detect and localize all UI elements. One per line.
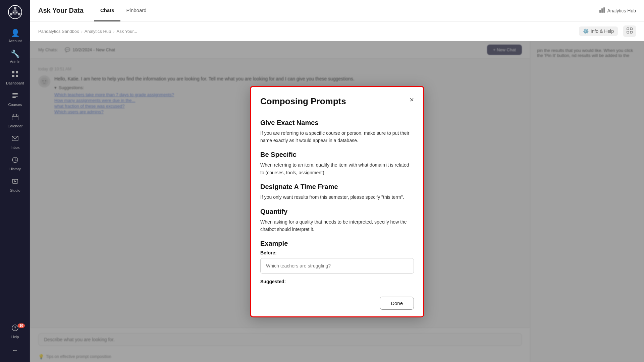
topbar-tabs: Chats Pinboard: [94, 0, 153, 21]
sidebar-item-label-dashboard: Dashboard: [6, 81, 24, 85]
svg-point-2: [14, 7, 16, 9]
studio-icon: [11, 178, 19, 187]
sidebar-item-studio[interactable]: Studio: [0, 174, 30, 196]
section-title-be-specific: Be Specific: [260, 151, 414, 159]
sidebar-collapse-button[interactable]: ←: [0, 342, 30, 358]
composing-prompts-modal: Composing Prompts × Give Exact Names If …: [250, 86, 424, 318]
breadcrumb: Pandalytics Sandbox › Analytics Hub › As…: [30, 21, 644, 41]
svg-rect-11: [16, 75, 18, 77]
collapse-icon: ←: [12, 346, 18, 354]
svg-rect-16: [12, 115, 18, 120]
analytics-hub-label: Analytics Hub: [607, 8, 636, 13]
sidebar-item-label-account: Account: [8, 39, 22, 43]
sidebar-item-courses[interactable]: Courses: [0, 88, 30, 110]
tab-pinboard[interactable]: Pinboard: [120, 0, 153, 21]
svg-rect-29: [627, 28, 629, 30]
main-content: Ask Your Data Chats Pinboard Analytics H…: [30, 0, 644, 362]
modal-body: Give Exact Names If you are referring to…: [251, 112, 423, 291]
breadcrumb-item-sandbox[interactable]: Pandalytics Sandbox: [38, 29, 79, 34]
suggested-label: Suggested:: [260, 279, 414, 284]
breadcrumb-sep-1: ›: [81, 29, 82, 34]
section-text-quantify: When asking for a quality that needs to …: [260, 218, 414, 233]
modal-close-button[interactable]: ×: [410, 96, 414, 104]
sidebar-item-label-calendar: Calendar: [8, 124, 23, 128]
svg-rect-10: [12, 75, 14, 77]
analytics-hub-icon: [599, 7, 605, 14]
svg-rect-30: [630, 28, 632, 30]
modal-title: Composing Prompts: [260, 96, 346, 107]
sidebar-item-dashboard[interactable]: Dashboard: [0, 67, 30, 88]
sidebar-item-help[interactable]: 10 ? Help: [0, 321, 30, 342]
breadcrumb-item-analytics-hub[interactable]: Analytics Hub: [85, 29, 111, 34]
sidebar-item-label-history: History: [9, 167, 21, 171]
calendar-icon: [11, 113, 19, 123]
modal-footer: Done: [251, 291, 423, 316]
svg-text:?: ?: [14, 326, 16, 330]
sidebar-item-inbox[interactable]: Inbox: [0, 131, 30, 153]
svg-rect-9: [16, 71, 18, 73]
topbar: Ask Your Data Chats Pinboard Analytics H…: [30, 0, 644, 21]
dashboard-icon: [11, 70, 19, 80]
history-icon: [11, 156, 19, 166]
sidebar-item-label-help: Help: [11, 335, 19, 339]
svg-rect-27: [601, 8, 603, 13]
sidebar-item-label-admin: Admin: [10, 60, 20, 64]
inbox-icon: [11, 135, 19, 144]
svg-marker-23: [14, 180, 16, 182]
svg-rect-26: [599, 10, 601, 13]
page-title: Ask Your Data: [38, 7, 84, 14]
analytics-hub-link[interactable]: Analytics Hub: [599, 7, 636, 14]
svg-rect-28: [603, 7, 605, 13]
courses-icon: [11, 92, 19, 101]
section-text-time-frame: If you only want results from this semes…: [260, 193, 414, 201]
svg-rect-12: [12, 93, 18, 94]
sidebar-item-calendar[interactable]: Calendar: [0, 110, 30, 131]
svg-rect-31: [627, 31, 629, 33]
modal-overlay[interactable]: Composing Prompts × Give Exact Names If …: [30, 41, 644, 362]
section-title-example: Example: [260, 240, 414, 247]
modal-header: Composing Prompts ×: [251, 87, 423, 112]
svg-rect-8: [12, 71, 14, 73]
sidebar-item-label-courses: Courses: [8, 103, 22, 107]
svg-rect-15: [12, 97, 16, 98]
info-help-label: Info & Help: [591, 28, 614, 34]
svg-point-4: [10, 13, 12, 15]
admin-icon: 🔧: [11, 50, 20, 58]
content-area: My Chats: 💬 10/2/2024 - New Chat + New C…: [30, 41, 644, 362]
section-title-exact-names: Give Exact Names: [260, 119, 414, 127]
sidebar-item-label-inbox: Inbox: [11, 145, 20, 149]
sidebar-item-account[interactable]: 👤 Account: [0, 25, 30, 46]
done-button[interactable]: Done: [380, 297, 414, 310]
svg-rect-32: [630, 31, 632, 33]
grid-view-button[interactable]: [623, 25, 636, 37]
sidebar-item-history[interactable]: History: [0, 153, 30, 174]
sidebar-item-admin[interactable]: 🔧 Admin: [0, 46, 30, 67]
sidebar: 👤 Account 🔧 Admin Dashboard Courses: [0, 0, 30, 362]
info-help-button[interactable]: ⚙️ Info & Help: [579, 26, 618, 36]
section-title-time-frame: Designate A Time Frame: [260, 183, 414, 191]
account-icon: 👤: [11, 29, 20, 38]
example-input[interactable]: [260, 258, 414, 274]
section-title-quantify: Quantify: [260, 208, 414, 216]
section-text-be-specific: When referring to an item, qualify the i…: [260, 161, 414, 176]
breadcrumb-item-ask-data[interactable]: Ask Your...: [117, 29, 137, 34]
grid-icon: [627, 27, 633, 35]
breadcrumb-actions: ⚙️ Info & Help: [579, 25, 636, 37]
help-badge: 10: [18, 323, 25, 328]
topbar-right: Analytics Hub: [599, 7, 636, 14]
svg-rect-13: [12, 95, 18, 95]
sidebar-item-label-studio: Studio: [10, 188, 20, 192]
breadcrumb-sep-2: ›: [113, 29, 114, 34]
sidebar-logo: [7, 4, 23, 20]
svg-point-3: [18, 13, 20, 15]
info-help-icon: ⚙️: [583, 28, 589, 34]
before-label: Before:: [260, 250, 414, 255]
section-text-exact-names: If you are referring to a specific cours…: [260, 129, 414, 144]
tab-chats[interactable]: Chats: [94, 0, 120, 21]
svg-rect-14: [12, 96, 18, 97]
